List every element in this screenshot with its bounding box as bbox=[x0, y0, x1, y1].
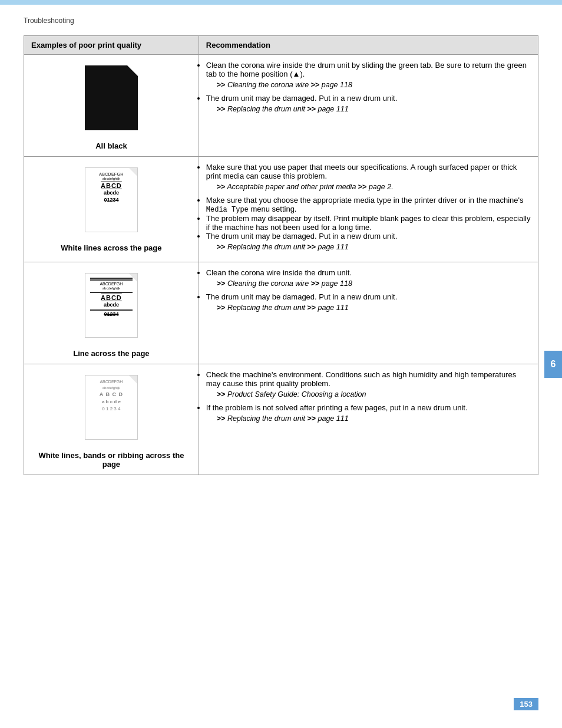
code-text: Media Type bbox=[206, 206, 249, 214]
arrow-icon: >> bbox=[217, 243, 226, 251]
col2-header: Recommendation bbox=[199, 36, 538, 55]
rec-text: Clean the corona wire inside the drum un… bbox=[206, 268, 352, 277]
table-row: ABCDEFGH abcdefghijk ABCD abcde 01234 Wh… bbox=[24, 157, 538, 262]
arrow-icon2: >> bbox=[358, 183, 367, 191]
line-decoration bbox=[90, 279, 133, 281]
link-page: page 118 bbox=[322, 279, 352, 288]
allblack-label: All black bbox=[31, 141, 191, 150]
arrow-icon2: >> bbox=[307, 243, 316, 251]
lineacross-image: ABCDEFGH abcdefghijk ABCD abcde 01234 bbox=[85, 273, 138, 338]
page-number-area: 153 bbox=[514, 698, 538, 710]
arrow-icon: >> bbox=[217, 105, 226, 113]
whitelines-image: ABCDEFGH abcdefghijk ABCD abcde 01234 bbox=[85, 167, 138, 232]
ribbing-image: ABCDEFGH abcdefghijk A B C D a b c d e 0… bbox=[85, 375, 138, 440]
rec-cell-whitelines: Make sure that you use paper that meets … bbox=[199, 157, 538, 262]
whitelines-inner: ABCDEFGH abcdefghijk ABCD abcde 01234 bbox=[85, 168, 137, 207]
line-decoration bbox=[90, 292, 133, 293]
link-text-italic: Choosing a location bbox=[302, 390, 366, 398]
rec-text: Make sure that you choose the appropriat… bbox=[206, 196, 524, 213]
list-item: Clean the corona wire inside the drum un… bbox=[206, 268, 531, 288]
main-table: Examples of poor print quality Recommend… bbox=[24, 35, 538, 475]
link-page: page 111 bbox=[318, 243, 349, 251]
arrow-icon2: >> bbox=[311, 81, 320, 89]
allblack-image bbox=[85, 65, 138, 130]
rec-link[interactable]: >> Replacing the drum unit >> page 111 bbox=[217, 105, 531, 113]
top-bar bbox=[0, 0, 562, 5]
rec-text: If the problem is not solved after print… bbox=[206, 403, 468, 412]
arrow-icon: >> bbox=[217, 304, 226, 312]
arrow-icon2: >> bbox=[307, 414, 316, 423]
lineacross-inner: ABCDEFGH abcdefghijk ABCD abcde 01234 bbox=[85, 274, 137, 322]
rec-link[interactable]: >> Product Safety Guide: Choosing a loca… bbox=[217, 390, 531, 398]
arrow-icon2: >> bbox=[307, 105, 316, 113]
rec-text: The problem may disappear by itself. Pri… bbox=[206, 214, 531, 232]
line-decoration bbox=[90, 278, 133, 279]
rec-link[interactable]: >> Cleaning the corona wire >> page 118 bbox=[217, 279, 531, 288]
lineacross-label: Line across the page bbox=[31, 349, 191, 358]
chapter-tab: 6 bbox=[544, 351, 562, 378]
arrow-icon: >> bbox=[217, 390, 226, 398]
rec-text: Clean the corona wire inside the drum un… bbox=[206, 61, 527, 78]
arrow-icon: >> bbox=[217, 183, 226, 191]
list-item: The drum unit may be damaged. Put in a n… bbox=[206, 94, 531, 113]
example-cell-whitelines: ABCDEFGH abcdefghijk ABCD abcde 01234 Wh… bbox=[24, 157, 199, 262]
list-item: Check the machine's environment. Conditi… bbox=[206, 370, 531, 398]
table-row: ABCDEFGH abcdefghijk A B C D a b c d e 0… bbox=[24, 364, 538, 475]
rec-text: The drum unit may be damaged. Put in a n… bbox=[206, 292, 397, 301]
link-page: page 2. bbox=[369, 183, 394, 191]
rec-text: Make sure that you use paper that meets … bbox=[206, 163, 517, 180]
rec-link[interactable]: >> Acceptable paper and other print medi… bbox=[217, 183, 531, 191]
list-item: If the problem is not solved after print… bbox=[206, 403, 531, 423]
link-text: Cleaning the corona wire bbox=[227, 279, 309, 288]
link-text: Acceptable paper and other print media bbox=[227, 183, 356, 191]
example-cell-allblack: All black bbox=[24, 55, 199, 157]
rec-link[interactable]: >> Replacing the drum unit >> page 111 bbox=[217, 414, 531, 423]
table-row: All black Clean the corona wire inside t… bbox=[24, 55, 538, 157]
rec-link[interactable]: >> Replacing the drum unit >> page 111 bbox=[217, 243, 531, 251]
page-content: Troubleshooting Examples of poor print q… bbox=[0, 5, 562, 499]
list-item: Make sure that you use paper that meets … bbox=[206, 163, 531, 191]
example-cell-ribbing: ABCDEFGH abcdefghijk A B C D a b c d e 0… bbox=[24, 364, 199, 475]
link-page: page 111 bbox=[318, 105, 349, 113]
link-text: Replacing the drum unit bbox=[227, 304, 305, 312]
ribbing-inner: ABCDEFGH abcdefghijk A B C D a b c d e 0… bbox=[85, 375, 137, 416]
list-item: Make sure that you choose the appropriat… bbox=[206, 196, 531, 214]
page-number: 153 bbox=[514, 698, 538, 710]
list-item: Clean the corona wire inside the drum un… bbox=[206, 61, 531, 89]
list-item: The drum unit may be damaged. Put in a n… bbox=[206, 292, 531, 312]
arrow-icon2: >> bbox=[311, 279, 320, 288]
link-text: Cleaning the corona wire bbox=[227, 81, 309, 89]
link-page: page 111 bbox=[318, 304, 349, 312]
arrow-icon: >> bbox=[217, 414, 226, 423]
link-page: page 118 bbox=[322, 81, 352, 89]
arrow-icon: >> bbox=[217, 81, 226, 89]
link-text: Replacing the drum unit bbox=[227, 243, 305, 251]
rec-text: The drum unit may be damaged. Put in a n… bbox=[206, 232, 397, 241]
arrow-icon2: >> bbox=[307, 304, 316, 312]
rec-text: The drum unit may be damaged. Put in a n… bbox=[206, 94, 397, 103]
link-text: Replacing the drum unit bbox=[227, 105, 305, 113]
rec-cell-lineacross: Clean the corona wire inside the drum un… bbox=[199, 262, 538, 364]
whitelines-label: White lines across the page bbox=[31, 243, 191, 252]
ribbing-label: White lines, bands or ribbing across the… bbox=[31, 451, 191, 469]
link-text: Product Safety Guide: Choosing a locatio… bbox=[227, 390, 366, 398]
line-decoration bbox=[90, 309, 133, 311]
rec-cell-allblack: Clean the corona wire inside the drum un… bbox=[199, 55, 538, 157]
arrow-icon: >> bbox=[217, 279, 226, 288]
example-cell-lineacross: ABCDEFGH abcdefghijk ABCD abcde 01234 Li… bbox=[24, 262, 199, 364]
rec-link[interactable]: >> Replacing the drum unit >> page 111 bbox=[217, 304, 531, 312]
table-row: ABCDEFGH abcdefghijk ABCD abcde 01234 Li… bbox=[24, 262, 538, 364]
col1-header: Examples of poor print quality bbox=[24, 36, 199, 55]
link-page: page 111 bbox=[318, 414, 349, 423]
breadcrumb: Troubleshooting bbox=[24, 17, 538, 25]
list-item: The problem may disappear by itself. Pri… bbox=[206, 214, 531, 232]
list-item: The drum unit may be damaged. Put in a n… bbox=[206, 232, 531, 251]
rec-cell-ribbing: Check the machine's environment. Conditi… bbox=[199, 364, 538, 475]
link-text: Replacing the drum unit bbox=[227, 414, 305, 423]
rec-link[interactable]: >> Cleaning the corona wire >> page 118 bbox=[217, 81, 531, 89]
rec-text: Check the machine's environment. Conditi… bbox=[206, 370, 516, 388]
